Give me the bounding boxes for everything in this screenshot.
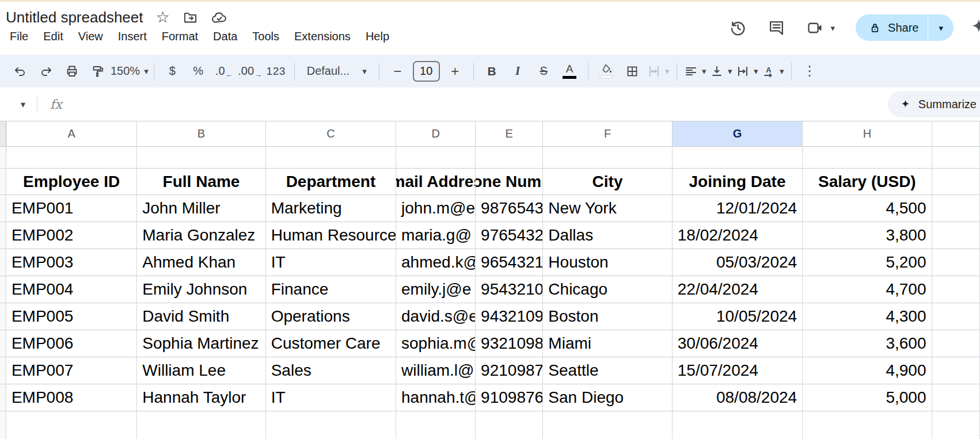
cell[interactable]: 10/05/2024 <box>673 303 803 330</box>
cell[interactable]: EMP003 <box>6 249 137 276</box>
cell[interactable] <box>803 147 932 169</box>
row-header[interactable] <box>0 330 6 357</box>
text-rotation-button[interactable]: A ▾ <box>760 59 786 83</box>
menu-tools[interactable]: Tools <box>245 28 287 47</box>
document-title[interactable]: Untitled spreadsheet <box>6 9 143 26</box>
star-icon[interactable]: ☆ <box>155 10 169 25</box>
column-header-H[interactable]: H <box>803 121 932 147</box>
cell[interactable]: William Lee <box>137 357 265 384</box>
cell[interactable]: EMP007 <box>6 357 137 384</box>
cell[interactable]: 97654321 <box>476 222 543 249</box>
cell[interactable] <box>803 411 932 439</box>
cell[interactable]: david.s@e <box>396 303 476 330</box>
cell[interactable]: 30/06/2024 <box>673 330 803 357</box>
column-header-C[interactable]: C <box>266 121 396 147</box>
row-header[interactable] <box>0 411 6 439</box>
cell[interactable]: 5,000 <box>803 384 932 411</box>
bold-button[interactable]: B <box>479 59 505 83</box>
cell[interactable] <box>932 384 980 411</box>
redo-button[interactable] <box>33 59 59 83</box>
menu-view[interactable]: View <box>71 28 111 47</box>
cloud-saved-icon[interactable] <box>211 9 227 26</box>
currency-format-button[interactable]: $ <box>159 59 185 83</box>
cell[interactable]: John Miller <box>137 195 265 222</box>
menu-edit[interactable]: Edit <box>36 28 70 47</box>
cell[interactable] <box>266 147 396 169</box>
column-header-blank[interactable] <box>932 121 980 147</box>
share-button[interactable]: Share ▾ <box>856 14 954 41</box>
cell[interactable]: City <box>543 169 672 195</box>
paint-format-button[interactable] <box>85 59 111 83</box>
horizontal-align-button[interactable]: ▾ <box>682 59 708 83</box>
cell[interactable] <box>396 147 476 169</box>
cell[interactable]: 05/03/2024 <box>673 249 803 276</box>
cell[interactable]: IT <box>266 384 396 411</box>
font-size-input[interactable]: 10 <box>413 61 440 82</box>
cell[interactable]: 4,900 <box>803 357 932 384</box>
grid-corner[interactable] <box>0 121 6 147</box>
cell[interactable]: Ahmed Khan <box>137 249 265 276</box>
cell[interactable]: 91098765 <box>476 384 543 411</box>
cell[interactable]: john.m@e <box>396 195 476 222</box>
cell[interactable]: 94321098 <box>476 303 543 330</box>
cell[interactable]: hannah.t@ <box>396 384 476 411</box>
row-header[interactable] <box>0 195 6 222</box>
share-dropdown-icon[interactable]: ▾ <box>928 24 954 32</box>
cell[interactable] <box>932 303 980 330</box>
cell[interactable]: EMP002 <box>6 222 137 249</box>
cell[interactable]: Maria Gonzalez <box>137 222 265 249</box>
version-history-icon[interactable] <box>728 18 747 37</box>
column-header-E[interactable]: E <box>476 121 543 147</box>
cell[interactable]: Full Name <box>137 169 265 195</box>
column-header-G[interactable]: G <box>673 121 803 147</box>
cell[interactable]: Seattle <box>543 357 672 384</box>
cell[interactable]: emily.j@e <box>396 276 476 303</box>
cell[interactable] <box>932 411 980 439</box>
cell[interactable]: San Diego <box>543 384 672 411</box>
cell[interactable] <box>932 169 980 195</box>
row-header[interactable] <box>0 303 6 330</box>
percent-format-button[interactable]: % <box>185 59 211 83</box>
cell[interactable]: 18/02/2024 <box>673 222 803 249</box>
cell[interactable] <box>476 411 543 439</box>
zoom-select[interactable]: 150% ▾ <box>111 59 149 83</box>
menu-data[interactable]: Data <box>206 28 245 47</box>
cell[interactable]: 22/04/2024 <box>673 276 803 303</box>
menu-format[interactable]: Format <box>154 28 206 47</box>
move-folder-icon[interactable] <box>183 10 198 25</box>
cell[interactable]: Marketing <box>266 195 396 222</box>
cell[interactable]: Joining Date <box>673 169 803 195</box>
cell[interactable]: 4,700 <box>803 276 932 303</box>
cell[interactable]: Sales <box>266 357 396 384</box>
increase-font-size-button[interactable]: + <box>442 59 468 83</box>
cell[interactable] <box>673 147 803 169</box>
cell[interactable] <box>932 147 980 169</box>
font-select[interactable]: Defaul... ▾ <box>300 59 374 83</box>
cell[interactable]: EMP006 <box>6 330 137 357</box>
menu-help[interactable]: Help <box>358 28 397 47</box>
cell[interactable] <box>6 411 137 439</box>
cell[interactable]: 08/08/2024 <box>673 384 803 411</box>
cell[interactable]: EMP004 <box>6 276 137 303</box>
cell[interactable]: maria.g@ <box>396 222 476 249</box>
cell[interactable]: EMP005 <box>6 303 137 330</box>
cell[interactable]: Employee ID <box>6 169 137 195</box>
strikethrough-button[interactable]: S <box>531 59 557 83</box>
row-header[interactable] <box>0 169 6 195</box>
cell[interactable] <box>932 249 980 276</box>
cell[interactable]: 3,800 <box>803 222 932 249</box>
cell[interactable]: 3,600 <box>803 330 932 357</box>
cell[interactable]: EMP001 <box>6 195 137 222</box>
text-color-button[interactable]: A <box>557 59 583 83</box>
cell[interactable]: Phone Number <box>476 169 543 195</box>
cell[interactable]: 92109876 <box>476 357 543 384</box>
cell[interactable]: Email Address <box>396 169 476 195</box>
cell[interactable]: Boston <box>543 303 672 330</box>
cell[interactable]: 95432109 <box>476 276 543 303</box>
summarize-button[interactable]: Summarize <box>888 91 980 117</box>
decrease-decimal-button[interactable]: .0← <box>211 59 237 83</box>
cell[interactable]: Houston <box>543 249 672 276</box>
print-button[interactable] <box>59 59 85 83</box>
vertical-align-button[interactable]: ▾ <box>708 59 734 83</box>
cell[interactable] <box>932 222 980 249</box>
